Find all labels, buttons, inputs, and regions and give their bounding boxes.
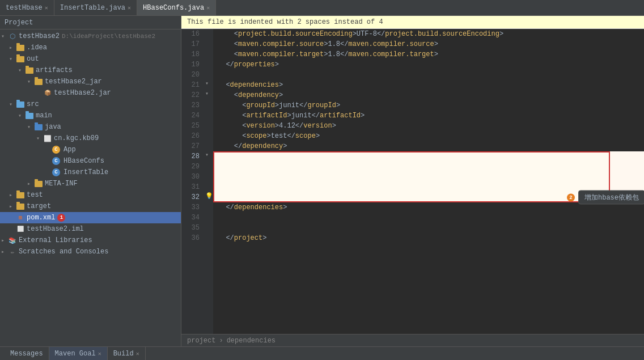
arrow-hbaseconfs <box>45 158 52 164</box>
tree-item-artifacts[interactable]: ▾ artifacts <box>0 65 181 76</box>
linenum-18: 18 <box>181 49 204 60</box>
arrow-testhbase2: ▾ <box>1 33 8 40</box>
code-line-28: <dependency> <box>213 151 644 162</box>
status-tab-build[interactable]: Build ✕ <box>108 347 146 360</box>
gutter: ▾ ▾ ▾ 💡 <box>204 29 213 334</box>
java-c-icon-inserttable: C <box>52 168 60 176</box>
breadcrumb-bar: project › dependencies <box>181 334 644 346</box>
arrow-pkg: ▾ <box>36 135 43 142</box>
tab-close-testHbase[interactable]: ✕ <box>45 5 48 11</box>
linenum-25: 25 <box>181 121 204 131</box>
info-bar: This file is indented with 2 spaces inst… <box>181 16 644 29</box>
folder-icon-main <box>25 111 34 120</box>
tree-item-inserttable[interactable]: C InsertTable <box>0 167 181 178</box>
linenum-31: 31 <box>181 182 204 192</box>
tree-item-hbaseconfs[interactable]: C HBaseConfs <box>0 155 181 167</box>
tab-testHbase[interactable]: testHbase ✕ <box>0 0 54 15</box>
arrow-iml <box>9 226 16 232</box>
arrow-scratches: ▸ <box>1 248 8 255</box>
code-line-30: <artifactId>hbase-client</artifactId> <box>213 172 644 182</box>
fold-arrow-21[interactable]: ▾ <box>205 80 209 87</box>
code-line-22: <dependency> <box>213 90 644 100</box>
scratch-icon: ✏ <box>8 247 17 256</box>
label-idea: .idea <box>27 44 47 52</box>
tooltip-text: 增加hbase依赖包 <box>584 194 639 202</box>
tree-item-testHbase2_jar[interactable]: ▾ testHbase2_jar <box>0 76 181 87</box>
linenum-32: 32 <box>181 192 204 202</box>
fold-arrow-28[interactable]: ▾ <box>205 151 209 158</box>
tree-item-target[interactable]: ▸ target <box>0 201 181 212</box>
tree-item-main[interactable]: ▾ main <box>0 110 181 121</box>
linenum-20: 20 <box>181 70 204 80</box>
code-line-27: </dependency> <box>213 141 644 151</box>
breadcrumb-project[interactable]: project <box>187 337 215 345</box>
tree-item-testhbase2[interactable]: ▾ ⬡ testHbase2 D:\ideaProject\testHbase2 <box>0 31 181 42</box>
linenum-33: 33 <box>181 202 204 213</box>
tree-item-out[interactable]: ▾ out <box>0 53 181 65</box>
tab-label-testHbase: testHbase <box>6 4 43 12</box>
tree-item-testHbase2jar[interactable]: 📦 testHbase2.jar <box>0 87 181 99</box>
tree-item-src[interactable]: ▾ src <box>0 99 181 110</box>
tooltip-box: 增加hbase依赖包 <box>578 190 644 205</box>
tab-inserttable[interactable]: InsertTable.java ✕ <box>54 0 137 15</box>
tree-item-pkg[interactable]: ▾ ⬜ cn.kgc.kb09 <box>0 133 181 144</box>
status-bar: Messages Maven Goal ✕ Build ✕ <box>0 346 644 360</box>
status-tab-maven-close[interactable]: ✕ <box>98 350 101 357</box>
status-tab-messages[interactable]: Messages <box>5 347 49 360</box>
line-numbers: 16 17 18 19 20 21 22 23 24 25 26 27 28 2… <box>181 29 204 334</box>
arrow-metainf: ▸ <box>27 180 34 187</box>
tree-item-test[interactable]: ▸ test <box>0 189 181 201</box>
tree-item-metainf[interactable]: ▸ META-INF <box>0 178 181 189</box>
linenum-24: 24 <box>181 111 204 121</box>
bulb-icon-32[interactable]: 💡 <box>205 192 213 200</box>
folder-icon-java <box>34 122 43 132</box>
arrow-main: ▾ <box>18 112 25 119</box>
label-testHbase2_jar: testHbase2_jar <box>45 78 102 86</box>
breadcrumb-dependencies[interactable]: dependencies <box>227 337 276 345</box>
arrow-idea: ▸ <box>9 44 16 51</box>
red-border-block: <dependency> <groupId>org.apache.hbase</… <box>213 151 644 202</box>
java-app-icon: C <box>52 146 60 154</box>
tab-close-inserttable[interactable]: ✕ <box>128 5 131 11</box>
linenum-22: 22 <box>181 90 204 100</box>
tree-item-app[interactable]: C App <box>0 144 181 155</box>
label-src: src <box>27 100 39 108</box>
arrow-artifacts: ▾ <box>18 67 25 74</box>
label-test: test <box>27 191 43 199</box>
tab-close-hbaseconfs[interactable]: ✕ <box>206 5 210 11</box>
arrow-target: ▸ <box>9 203 16 210</box>
arrow-extlib: ▸ <box>1 237 8 244</box>
tab-hbaseconfs[interactable]: HBaseConfs.java ✕ <box>137 0 216 15</box>
tree-item-idea[interactable]: ▸ .idea <box>0 42 181 53</box>
code-content[interactable]: <project.build.sourceEncoding>UTF-8</pro… <box>213 29 644 334</box>
code-container: 16 17 18 19 20 21 22 23 24 25 26 27 28 2… <box>181 29 644 334</box>
tab-bar: testHbase ✕ InsertTable.java ✕ HBaseConf… <box>0 0 644 16</box>
code-line-23: <groupId>junit</groupId> <box>213 100 644 111</box>
linenum-36: 36 <box>181 233 204 243</box>
xml-icon: m <box>16 213 25 222</box>
pkg-icon: ⬜ <box>43 134 52 143</box>
label-pomxml: pom.xml <box>27 214 55 222</box>
code-line-24: <artifactId>junit</artifactId> <box>213 111 644 121</box>
tree-item-scratches[interactable]: ▸ ✏ Scratches and Consoles <box>0 246 181 257</box>
linenum-30: 30 <box>181 172 204 182</box>
status-tab-messages-label: Messages <box>10 350 43 358</box>
arrow-testHbase2jar <box>36 90 43 96</box>
tree-item-java[interactable]: ▾ java <box>0 121 181 133</box>
code-line-21: <dependencies> <box>213 80 644 90</box>
status-tab-maven[interactable]: Maven Goal ✕ <box>49 347 108 360</box>
code-line-16: <project.build.sourceEncoding>UTF-8</pro… <box>213 29 644 39</box>
code-line-36: </project> <box>213 233 644 243</box>
status-tab-build-close[interactable]: ✕ <box>136 350 139 357</box>
linenum-28: 28 <box>181 151 204 162</box>
tree-item-iml[interactable]: ⬜ testHbase2.iml <box>0 223 181 235</box>
linenum-34: 34 <box>181 213 204 223</box>
linenum-23: 23 <box>181 100 204 111</box>
fold-arrow-22[interactable]: ▾ <box>205 90 209 97</box>
label-hbaseconfs: HBaseConfs <box>63 157 104 165</box>
jar-icon: 📦 <box>43 88 52 98</box>
tree-item-extlib[interactable]: ▸ 📚 External Libraries <box>0 235 181 246</box>
code-line-34 <box>213 213 644 223</box>
sidebar-header: Project <box>0 16 181 29</box>
tree-item-pomxml[interactable]: m pom.xml 1 <box>0 212 181 223</box>
